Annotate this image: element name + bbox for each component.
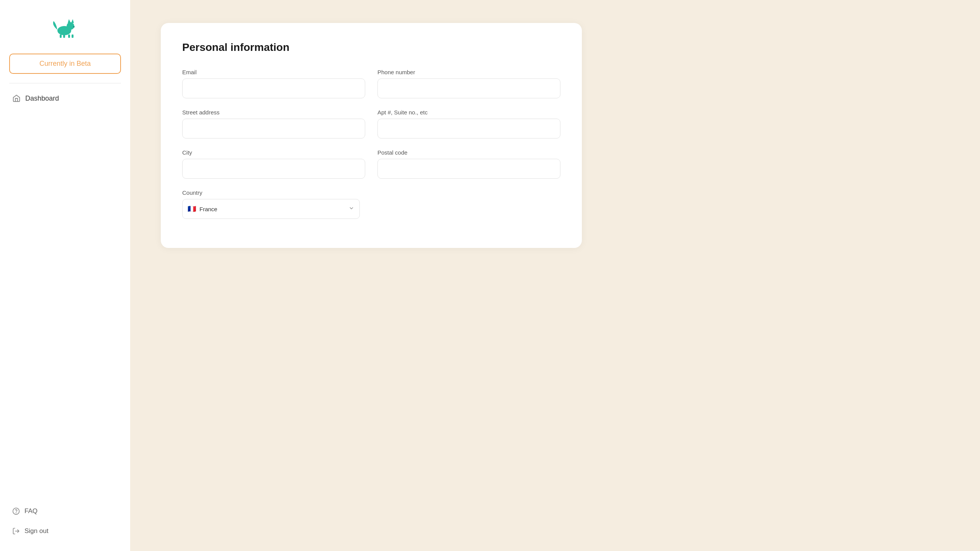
postal-group: Postal code — [377, 149, 560, 179]
phone-group: Phone number — [377, 69, 560, 98]
page-title: Personal information — [182, 41, 560, 54]
form-row-2: Street address Apt #, Suite no., etc — [182, 109, 560, 139]
city-label: City — [182, 149, 365, 156]
personal-info-card: Personal information Email Phone number … — [161, 23, 582, 248]
sidebar-bottom-nav: FAQ Sign out — [9, 503, 121, 540]
email-label: Email — [182, 69, 365, 75]
postal-input[interactable] — [377, 159, 560, 179]
beta-button[interactable]: Currently in Beta — [9, 54, 121, 74]
svg-rect-5 — [63, 34, 65, 38]
logo — [9, 11, 121, 42]
city-input[interactable] — [182, 159, 365, 179]
dashboard-label: Dashboard — [25, 95, 59, 103]
apt-input[interactable] — [377, 119, 560, 139]
country-group: Country 🇫🇷 France United States United K… — [182, 189, 360, 219]
sign-out-icon — [12, 527, 20, 535]
svg-point-8 — [73, 26, 75, 28]
sidebar-divider — [9, 83, 121, 83]
city-group: City — [182, 149, 365, 179]
faq-label: FAQ — [24, 507, 38, 515]
country-select[interactable]: France United States United Kingdom Germ… — [182, 199, 360, 219]
empty-group — [372, 189, 560, 219]
form-row-4: Country 🇫🇷 France United States United K… — [182, 189, 560, 219]
svg-rect-7 — [60, 34, 62, 38]
phone-input[interactable] — [377, 78, 560, 98]
phone-label: Phone number — [377, 69, 560, 75]
sidebar-item-signout[interactable]: Sign out — [9, 523, 121, 540]
app-logo — [50, 15, 80, 38]
form-row-3: City Postal code — [182, 149, 560, 179]
postal-label: Postal code — [377, 149, 560, 156]
svg-point-1 — [67, 22, 74, 30]
email-input[interactable] — [182, 78, 365, 98]
svg-rect-4 — [68, 34, 70, 38]
apt-group: Apt #, Suite no., etc — [377, 109, 560, 139]
svg-marker-2 — [68, 19, 71, 23]
street-input[interactable] — [182, 119, 365, 139]
svg-marker-3 — [71, 19, 74, 23]
form-row-1: Email Phone number — [182, 69, 560, 98]
home-icon — [12, 94, 21, 103]
email-group: Email — [182, 69, 365, 98]
svg-point-10 — [16, 513, 16, 513]
street-group: Street address — [182, 109, 365, 139]
street-label: Street address — [182, 109, 365, 116]
svg-rect-6 — [72, 34, 74, 38]
country-label: Country — [182, 189, 360, 196]
apt-label: Apt #, Suite no., etc — [377, 109, 560, 116]
sidebar-nav: Dashboard — [9, 90, 121, 107]
sidebar-item-dashboard[interactable]: Dashboard — [9, 90, 121, 107]
question-circle-icon — [12, 507, 20, 515]
main-content: Personal information Email Phone number … — [130, 0, 980, 551]
signout-label: Sign out — [24, 527, 48, 535]
sidebar-item-faq[interactable]: FAQ — [9, 503, 121, 520]
sidebar: Currently in Beta Dashboard FAQ — [0, 0, 130, 551]
country-select-wrapper: 🇫🇷 France United States United Kingdom G… — [182, 199, 360, 219]
